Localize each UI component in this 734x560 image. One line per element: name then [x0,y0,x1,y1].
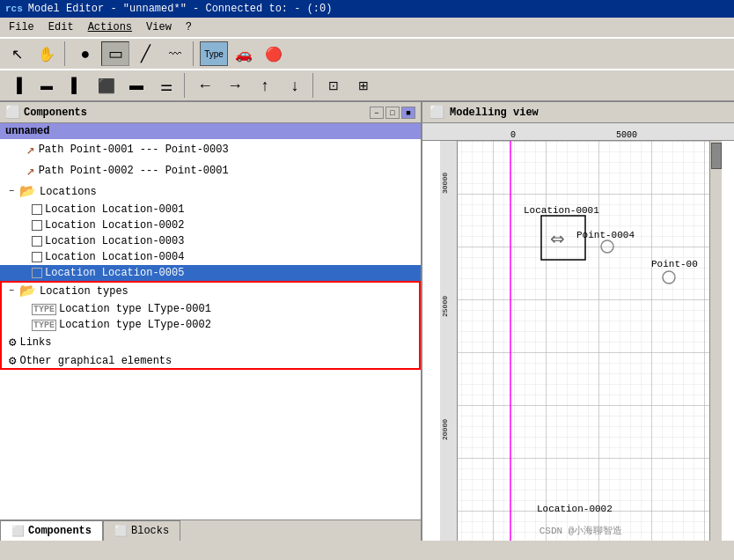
line-tool[interactable]: ╱ [131,41,159,66]
tab-blocks[interactable]: ⬜ Blocks [103,520,180,541]
folder-icon-loctypes: 📂 [19,283,36,299]
checkbox-loc2[interactable] [32,220,42,231]
expand-locations[interactable]: − [9,187,18,196]
panel-header: ⬜ Components − □ ■ [0,102,421,123]
tree-item-ltype2[interactable]: TYPE Location type LType-0002 [0,317,421,333]
tree-label-links: Links [19,336,51,349]
tree-item-other[interactable]: ⚙ Other graphical elements [0,351,421,370]
menu-bar: File Edit Actions View ? [0,18,734,38]
grid-canvas[interactable]: 0 5000 30 [422,123,734,541]
ruler-left: 30000 25000 20000 [440,141,458,541]
modelling-header: ⬜ Modelling view [422,102,734,123]
menu-help[interactable]: ? [180,19,197,35]
panel-icon: ⬜ [5,105,20,120]
tree-item-path1[interactable]: ↗ Path Point-0001 --- Point-0003 [0,139,421,160]
minimize-panel-btn[interactable]: − [370,107,384,119]
align-middle-btn[interactable]: ▬ [122,73,150,98]
tree-item-loc5[interactable]: Location Location-0005 [0,265,421,281]
title-bar: rcs Model Editor - "unnamed*" - Connecte… [0,0,734,18]
tree-item-ltype1[interactable]: TYPE Location type LType-0001 [0,301,421,317]
snap2-btn[interactable]: ⊞ [349,73,378,98]
checkbox-loc3[interactable] [32,236,42,247]
tree-label-other: Other graphical elements [19,355,172,367]
svg-text:Point-00: Point-00 [651,259,698,269]
menu-edit[interactable]: Edit [43,19,79,35]
tree-label-loc2: Location Location-0002 [45,219,184,232]
checkbox-loc4[interactable] [32,252,42,262]
align-left-btn[interactable]: ▐ [3,73,31,98]
ruler-25000: 25000 [441,296,449,317]
links-icon: ⚙ [9,335,16,350]
panel-title-area: ⬜ Components [5,105,87,120]
hand-tool[interactable]: ✋ [33,41,61,66]
arrow-down-btn[interactable]: ↓ [281,73,309,98]
align-right-btn[interactable]: ▌ [62,73,91,98]
vehicle-tool[interactable]: 🚗 [230,41,258,66]
scrollbar-thumb[interactable] [711,143,722,169]
tree-root[interactable]: unnamed [0,123,421,139]
tree-item-loc2[interactable]: Location Location-0002 [0,217,421,233]
checkbox-loc5[interactable] [32,268,42,278]
tree-label-path2: Path Point-0002 --- Point-0001 [39,165,229,177]
app-icon: rcs [5,4,23,14]
arrow-up-btn[interactable]: ↑ [251,73,279,98]
toolbar2: ▐ ▬ ▌ ⬛ ▬ ⚌ ← → ↑ ↓ ⊡ ⊞ [0,70,734,102]
tree-label-path1: Path Point-0001 --- Point-0003 [39,144,229,156]
path-icon1: ↗ [26,141,35,158]
arrow-right-btn[interactable]: → [221,73,249,98]
align-distribute-btn[interactable]: ⚌ [152,73,180,98]
restore-panel-btn[interactable]: □ [385,107,400,119]
type-tool[interactable]: Type [200,41,228,66]
gem-tool[interactable]: 🔴 [260,41,288,66]
right-panel: ⬜ Modelling view 0 5000 [422,102,734,541]
tree-label-ltype1: Location type LType-0001 [59,303,211,315]
circle-tool[interactable]: ● [71,41,99,66]
sep2 [193,41,196,66]
tree-label-loc3: Location Location-0003 [45,235,184,247]
other-icon: ⚙ [9,353,16,368]
tab-components[interactable]: ⬜ Components [0,520,103,541]
grid-area[interactable]: 30000 3 ⇔ Location-0001 Point-0004 [440,141,722,541]
tree-item-path2[interactable]: ↗ Path Point-0002 --- Point-0001 [0,160,421,181]
scrollbar-vertical[interactable] [709,141,722,541]
loctype-icon1: TYPE [32,304,56,315]
watermark: CSDN @小海聊智造 [539,524,623,537]
ruler-mark-5000: 5000 [616,130,637,140]
svg-rect-1 [440,141,722,541]
grid-svg: 30000 3 ⇔ Location-0001 Point-0004 [440,141,722,541]
snap1-btn[interactable]: ⊡ [319,73,348,98]
menu-view[interactable]: View [141,19,177,35]
tree-label-loc1: Location Location-0001 [45,203,184,216]
folder-icon-locations: 📂 [19,183,36,200]
toolbar1: ↖ ✋ ● ▭ ╱ 〰 Type 🚗 🔴 [0,38,734,70]
select-tool[interactable]: ↖ [3,41,31,66]
tab-icon-components: ⬜ [11,525,25,538]
expand-loctypes[interactable]: − [9,286,18,296]
location-0002-label: Location-0002 [537,504,613,514]
tree-label-loc5: Location Location-0005 [45,267,184,279]
maximize-panel-btn[interactable]: ■ [401,107,415,119]
tree-label-ltype2: Location type LType-0002 [59,319,211,331]
tree-container[interactable]: unnamed ↗ Path Point-0001 --- Point-0003… [0,123,421,519]
checkbox-loc1[interactable] [32,204,42,215]
tree-item-loctypes[interactable]: − 📂 Location types [0,281,421,301]
highlighted-section: − 📂 Location types TYPE Location type LT… [0,281,421,370]
left-panel: ⬜ Components − □ ■ unnamed ↗ Path Point-… [0,102,422,541]
align-top-btn[interactable]: ⬛ [92,73,121,98]
menu-file[interactable]: File [4,19,40,35]
menu-actions[interactable]: Actions [83,19,137,35]
tree-item-links[interactable]: ⚙ Links [0,333,421,351]
arrow-left-btn[interactable]: ← [191,73,219,98]
rectangle-tool[interactable]: ▭ [101,41,129,66]
polyline-tool[interactable]: 〰 [161,41,189,66]
align-center-h-btn[interactable]: ▬ [33,73,61,98]
sep1 [64,41,68,66]
tree-item-locations[interactable]: − 📂 Locations [0,181,421,202]
tree-item-loc3[interactable]: Location Location-0003 [0,233,421,249]
title-label: Model Editor - "unnamed*" - Connected to… [28,3,333,15]
modelling-icon: ⬜ [429,105,444,120]
loctype-icon2: TYPE [32,320,56,331]
tree-item-loc4[interactable]: Location Location-0004 [0,249,421,265]
tree-item-loc1[interactable]: Location Location-0001 [0,202,421,217]
tree-label-loctypes: Location types [40,285,128,298]
